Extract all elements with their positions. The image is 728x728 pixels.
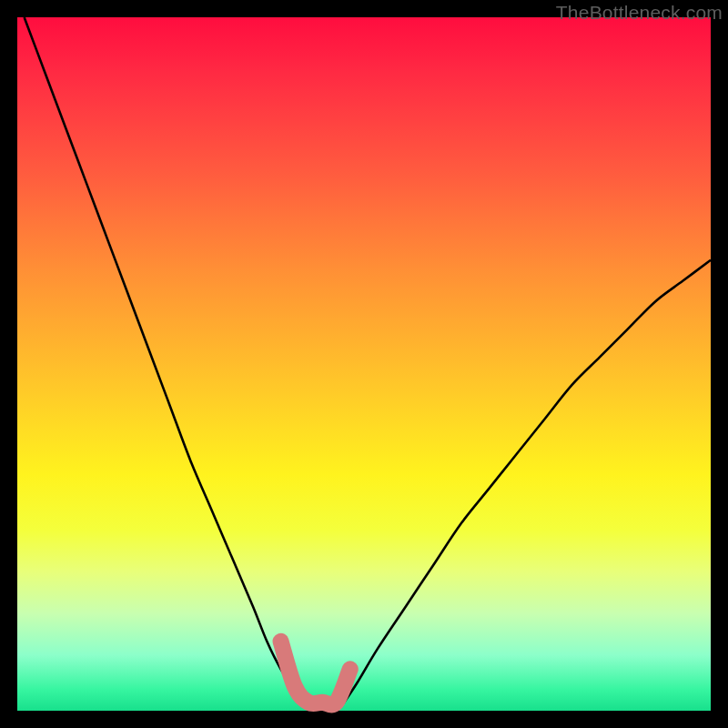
watermark-label: TheBottleneck.com	[556, 2, 723, 24]
plot-area	[17, 17, 711, 711]
curves-svg	[17, 17, 711, 711]
bottom-marker	[281, 642, 350, 705]
outer-frame: TheBottleneck.com	[0, 0, 728, 728]
left-curve	[25, 17, 308, 703]
right-curve	[343, 260, 711, 704]
